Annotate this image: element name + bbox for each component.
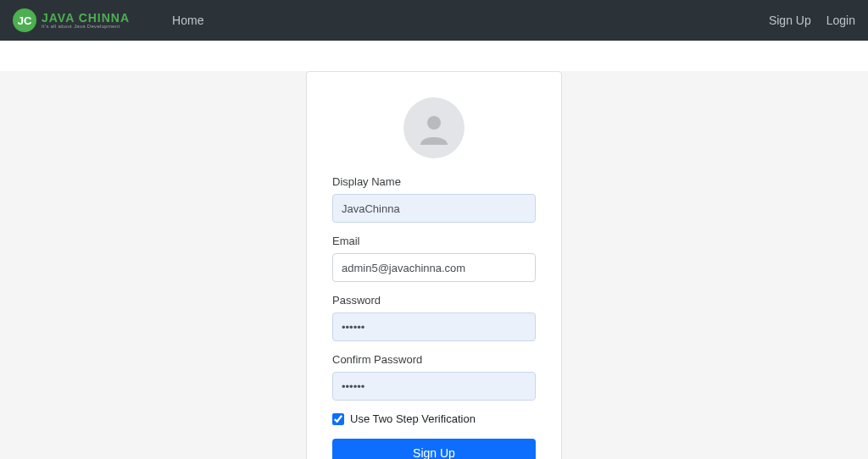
avatar <box>403 97 465 158</box>
display-name-label: Display Name <box>332 175 536 188</box>
email-label: Email <box>332 235 536 247</box>
nav-right: Sign Up Login <box>769 14 855 27</box>
email-group: Email <box>332 235 536 282</box>
content-area: Display Name Email Password Confirm Pass… <box>0 71 868 459</box>
password-input[interactable] <box>332 312 536 341</box>
brand-name: JAVA CHINNA <box>42 12 130 24</box>
signup-button[interactable]: Sign Up <box>332 439 536 459</box>
logo-text-wrap: JAVA CHINNA It's all about Java Developm… <box>42 12 130 29</box>
confirm-password-label: Confirm Password <box>332 353 536 366</box>
logo-badge: JC <box>13 8 36 32</box>
nav-link-home[interactable]: Home <box>172 14 203 27</box>
password-label: Password <box>332 294 536 307</box>
brand-tagline: It's all about Java Development <box>42 24 130 29</box>
two-step-checkbox[interactable] <box>332 413 344 425</box>
email-input[interactable] <box>332 253 536 282</box>
navbar: JC JAVA CHINNA It's all about Java Devel… <box>0 0 868 41</box>
display-name-group: Display Name <box>332 175 536 223</box>
password-group: Password <box>332 294 536 341</box>
brand-logo[interactable]: JC JAVA CHINNA It's all about Java Devel… <box>13 8 130 32</box>
svg-point-0 <box>427 116 441 130</box>
white-band <box>0 41 868 71</box>
nav-link-signup[interactable]: Sign Up <box>769 14 811 27</box>
two-step-row: Use Two Step Verification <box>332 412 536 425</box>
confirm-password-group: Confirm Password <box>332 353 536 401</box>
confirm-password-input[interactable] <box>332 372 536 401</box>
display-name-input[interactable] <box>332 194 536 223</box>
signup-card: Display Name Email Password Confirm Pass… <box>306 71 562 459</box>
two-step-label: Use Two Step Verification <box>350 412 476 425</box>
nav-left: JC JAVA CHINNA It's all about Java Devel… <box>13 8 203 32</box>
avatar-wrap <box>332 97 536 158</box>
nav-link-login[interactable]: Login <box>826 14 855 27</box>
user-icon <box>414 108 454 148</box>
